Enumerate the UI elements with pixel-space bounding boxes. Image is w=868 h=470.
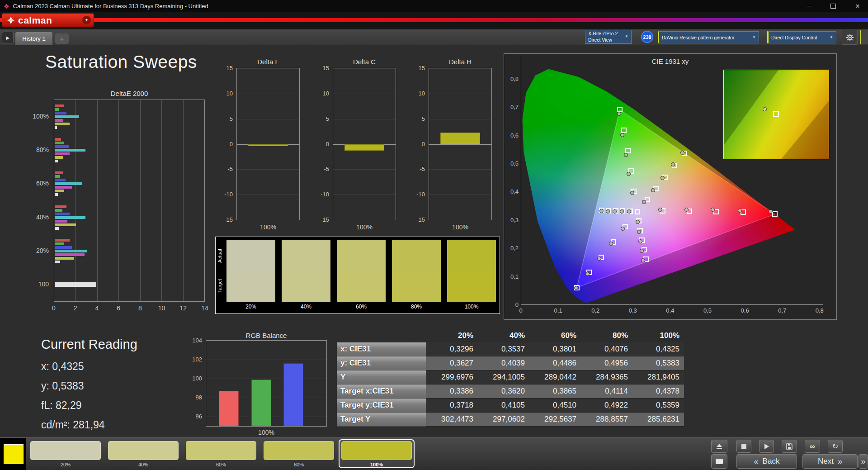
right-edge-tab[interactable] <box>860 30 868 44</box>
window-close-button[interactable]: × <box>847 0 868 12</box>
tab-history-1[interactable]: History 1 <box>15 32 52 45</box>
cie-x-tick-label: 0,1 <box>554 307 562 314</box>
deltae-y-tick-label: 60% <box>36 180 49 187</box>
cie-y-tick-label: 0,6 <box>506 132 519 138</box>
deltae-bar-group <box>55 167 204 200</box>
table-cell: 0,3620 <box>478 385 529 399</box>
deltae-chart-title: DeltaE 2000 <box>54 90 205 97</box>
meter-dropdown[interactable]: X-Rite i1Pro 2 Direct View ▼ <box>585 30 632 44</box>
deltae-bar-group <box>55 100 204 133</box>
pattern-window-button[interactable] <box>711 454 727 469</box>
swatch-column <box>337 240 386 302</box>
rgb-plot <box>206 340 327 427</box>
save-button[interactable] <box>782 440 797 453</box>
gear-icon <box>846 33 854 42</box>
deltae-y-tick-label: 100 <box>38 280 49 288</box>
history-nav-button[interactable]: ▶ <box>2 32 14 43</box>
pattern-label: 100% <box>339 462 414 467</box>
delta-l-chart: Delta L 151050-5-10-15 100% <box>218 58 300 235</box>
pattern-button-100%[interactable]: 100% <box>339 440 414 468</box>
deltae-bar <box>55 227 59 230</box>
table-cell: 0,4378 <box>632 385 684 399</box>
deltae-bar <box>55 193 58 196</box>
window-minimize-button[interactable] <box>798 0 819 12</box>
deltae-bar <box>55 171 63 174</box>
table-cell: 285,6231 <box>632 413 684 427</box>
deltae-plot <box>54 100 205 302</box>
loop-button[interactable]: ∞ <box>805 440 820 453</box>
target-swatch <box>447 271 496 302</box>
table-cell: 0,4486 <box>529 356 581 370</box>
pattern-swatch <box>186 441 256 460</box>
table-cell: 0,3296 <box>426 342 478 356</box>
actual-target-swatch-panel: Actual Target 20%40%60%80%100% <box>215 237 500 314</box>
cie-y-tick-label: 0,1 <box>506 273 519 280</box>
pattern-button-20%[interactable]: 20% <box>28 440 103 468</box>
chevron-down-icon: ▼ <box>623 34 630 39</box>
tick-label: 15 <box>316 65 329 71</box>
tick-label: -15 <box>411 216 425 223</box>
deltae-xaxis: 02468101214 <box>54 304 205 313</box>
tick-label: 102 <box>192 356 202 363</box>
chart-xlabel: 100% <box>333 223 396 231</box>
display-control-label: Direct Display Control <box>771 35 817 40</box>
cie-y-tick-label: 0,2 <box>506 245 519 252</box>
cie-1931-panel: CIE 1931 xy <box>504 53 837 320</box>
app-logo-icon: ❖ <box>4 3 9 9</box>
deltae-bar <box>55 175 60 178</box>
play-button[interactable] <box>759 440 774 453</box>
minimize-icon <box>807 6 811 6</box>
back-button[interactable]: « Back <box>736 454 797 469</box>
deltae-bar <box>55 152 70 155</box>
refresh-button[interactable]: ↻ <box>828 440 843 453</box>
display-control-dropdown[interactable]: Direct Display Control ▼ <box>767 31 836 43</box>
reading-y: y: 0,5383 <box>41 380 84 392</box>
table-cell: 0,4039 <box>478 356 529 370</box>
pattern-button-80%[interactable]: 80% <box>261 440 336 468</box>
cie-data-table: 20%40%60%80%100%x: CIE310,32960,35370,38… <box>337 329 684 427</box>
rgb-ylabels: 1041021009896 <box>183 340 204 427</box>
cie-measured-marker <box>599 209 604 213</box>
deltae-yaxis: 100%80%60%40%20%100 <box>18 100 52 302</box>
table-cell: 281,9405 <box>632 370 684 385</box>
deltae-x-tick-label: 10 <box>158 304 165 312</box>
add-tab-button[interactable]: + <box>55 33 69 44</box>
table-row-label: Target Y <box>337 413 426 427</box>
gridline <box>333 68 396 69</box>
deltae-bar-group <box>55 201 204 234</box>
pattern-preview <box>0 438 26 470</box>
tick-label: 10 <box>219 90 233 96</box>
calman-main-menu-button[interactable]: calman ▼ <box>2 14 94 27</box>
deltae-bar <box>55 250 87 252</box>
rgb-bar-red <box>219 391 239 426</box>
page-title: Saturation Sweeps <box>45 52 197 72</box>
cie-zoom-inset <box>723 70 829 159</box>
stop-button[interactable] <box>736 440 751 453</box>
window-maximize-button[interactable] <box>823 0 844 12</box>
infinity-icon: ∞ <box>810 442 815 451</box>
tick-label: 104 <box>192 337 202 344</box>
chevron-right-icon: » <box>861 457 865 466</box>
header-strip: calman ▼ <box>0 12 868 29</box>
cie-x-tick-label: 0,7 <box>778 307 786 314</box>
next-button[interactable]: Next » <box>802 454 858 469</box>
delta-c-chart: Delta C 151050-5-10-15 100% <box>315 58 396 235</box>
table-cell: 0,3801 <box>529 342 581 356</box>
settings-button[interactable] <box>842 30 858 45</box>
pattern-button-60%[interactable]: 60% <box>184 440 259 468</box>
table-cell: 0,3865 <box>529 385 581 399</box>
refresh-icon: ↻ <box>832 442 838 451</box>
eject-button[interactable] <box>711 440 727 453</box>
deltae-bar <box>55 149 85 152</box>
next-page-button[interactable]: » <box>859 454 868 469</box>
pattern-generator-dropdown[interactable]: DaVinci Resolve pattern generator ▼ <box>658 31 759 43</box>
swatch-column <box>282 240 330 302</box>
pattern-button-40%[interactable]: 40% <box>106 440 181 468</box>
chart-plot <box>236 68 300 220</box>
pattern-label: 40% <box>106 462 181 467</box>
deltae-y-tick-label: 40% <box>36 214 49 221</box>
deltae-y-tick-label: 20% <box>36 247 49 254</box>
table-cell: 294,1005 <box>478 370 529 385</box>
deltae-bar <box>55 209 62 212</box>
deltae-bar <box>55 257 74 260</box>
